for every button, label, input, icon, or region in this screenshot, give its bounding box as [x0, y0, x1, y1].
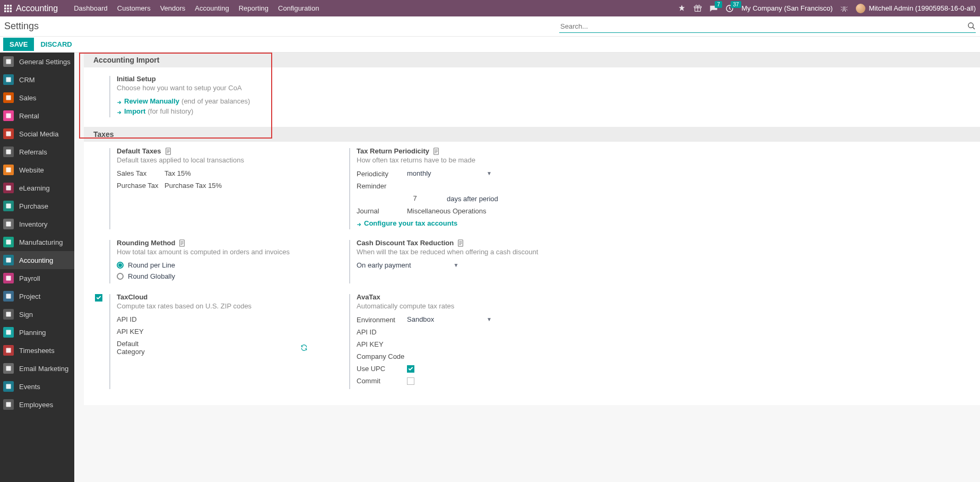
svg-rect-26: [6, 330, 11, 335]
svg-rect-28: [6, 366, 11, 371]
sidebar-item-label: Referrals: [19, 148, 47, 156]
sidebar-item-employees[interactable]: Employees: [0, 395, 74, 414]
svg-rect-1: [7, 5, 9, 7]
periodicity-select[interactable]: monthly ▼: [407, 169, 492, 178]
svg-rect-24: [6, 294, 11, 299]
sidebar-icon: [3, 201, 14, 211]
journal-value[interactable]: Miscellaneous Operations: [407, 207, 487, 215]
tax-return-desc: How often tax returns have to be made: [357, 156, 548, 164]
svg-rect-4: [7, 7, 9, 10]
environment-select[interactable]: Sandbox ▼: [407, 315, 492, 324]
doc-icon[interactable]: [178, 239, 186, 247]
save-button[interactable]: SAVE: [3, 38, 34, 51]
sidebar-item-timesheets[interactable]: Timesheets: [0, 341, 74, 359]
sidebar-item-crm[interactable]: CRM: [0, 71, 74, 89]
app-name: Accounting: [16, 4, 58, 13]
svg-rect-18: [6, 186, 11, 191]
star-icon[interactable]: [678, 4, 686, 13]
nav-menu-reporting[interactable]: Reporting: [239, 4, 268, 12]
purchase-tax-value[interactable]: Purchase Tax 15%: [164, 182, 222, 190]
section-header-import: Accounting Import: [84, 53, 980, 67]
sidebar-item-project[interactable]: Project: [0, 287, 74, 305]
nav-menu-vendors[interactable]: Vendors: [160, 4, 186, 12]
sidebar-item-label: Website: [19, 166, 44, 174]
sidebar-item-purchase[interactable]: Purchase: [0, 197, 74, 215]
sidebar-item-label: Timesheets: [19, 347, 55, 355]
sidebar-item-manufacturing[interactable]: Manufacturing: [0, 233, 74, 251]
sidebar-item-payroll[interactable]: Payroll: [0, 269, 74, 287]
nav-menu-dashboard[interactable]: Dashboard: [74, 4, 108, 12]
default-category-label: Default Category: [117, 340, 154, 356]
doc-icon[interactable]: [164, 148, 172, 155]
nav-menu-accounting[interactable]: Accounting: [195, 4, 229, 12]
svg-rect-2: [10, 5, 12, 7]
initial-setup-title: Initial Setup: [117, 75, 308, 83]
gift-icon[interactable]: [693, 4, 702, 13]
col-bar: [109, 76, 110, 117]
nav-menu-customers[interactable]: Customers: [117, 4, 151, 12]
round-globally-radio[interactable]: Round Globally: [117, 272, 308, 280]
svg-rect-20: [6, 222, 11, 227]
sidebar-item-rental[interactable]: Rental: [0, 107, 74, 125]
company-code-label: Company Code: [357, 352, 407, 360]
round-per-line-radio[interactable]: Round per Line: [117, 261, 308, 269]
purchase-tax-label: Purchase Tax: [117, 182, 164, 190]
sales-tax-value[interactable]: Tax 15%: [164, 169, 191, 177]
commit-checkbox[interactable]: [407, 377, 414, 385]
col-bar: [109, 294, 110, 389]
user-menu[interactable]: Mitchell Admin (19905958-16-0-all): [856, 4, 976, 13]
configure-tax-label: Configure your tax accounts: [364, 219, 457, 227]
svg-rect-27: [6, 348, 11, 353]
sidebar-item-sign[interactable]: Sign: [0, 305, 74, 323]
api-id-label: API ID: [117, 315, 164, 323]
sidebar-icon: [3, 273, 14, 283]
sidebar-item-social-media[interactable]: Social Media: [0, 125, 74, 143]
debug-icon[interactable]: [840, 4, 848, 13]
taxcloud-checkbox[interactable]: [95, 294, 102, 302]
sidebar-item-email-marketing[interactable]: Email Marketing: [0, 359, 74, 377]
action-bar: SAVE DISCARD: [0, 37, 980, 53]
review-manually-link[interactable]: Review Manually (end of year balances): [117, 97, 308, 105]
doc-icon[interactable]: [432, 148, 440, 155]
app-switcher[interactable]: Accounting: [4, 4, 67, 13]
radio-unchecked-icon: [117, 273, 124, 280]
import-note: (for full history): [148, 107, 193, 115]
sidebar-item-planning[interactable]: Planning: [0, 323, 74, 341]
sidebar-item-referrals[interactable]: Referrals: [0, 143, 74, 161]
sidebar-item-inventory[interactable]: Inventory: [0, 215, 74, 233]
sidebar-icon: [3, 183, 14, 193]
use-upc-checkbox[interactable]: [407, 365, 414, 373]
sidebar-item-accounting[interactable]: Accounting: [0, 251, 74, 269]
svg-rect-30: [6, 402, 11, 407]
company-selector[interactable]: My Company (San Francisco): [741, 4, 832, 12]
import-link[interactable]: Import (for full history): [117, 107, 308, 115]
nav-menu: Dashboard Customers Vendors Accounting R…: [74, 4, 319, 12]
reminder-suffix: days after period: [447, 195, 498, 203]
sidebar-item-sales[interactable]: Sales: [0, 89, 74, 107]
sidebar-icon: [3, 165, 14, 175]
cash-discount-select[interactable]: On early payment ▼: [357, 261, 459, 270]
arrow-right-icon: [117, 99, 122, 104]
refresh-icon[interactable]: [300, 344, 308, 351]
svg-rect-19: [6, 204, 11, 209]
sidebar-item-elearning[interactable]: eLearning: [0, 179, 74, 197]
sidebar-item-label: Sales: [19, 94, 37, 102]
top-nav: Accounting Dashboard Customers Vendors A…: [0, 0, 980, 16]
search-icon[interactable]: [967, 22, 976, 30]
search-input[interactable]: [559, 20, 964, 32]
taxes-row-3: TaxCloud Compute tax rates based on U.S.…: [84, 293, 980, 405]
activity-icon[interactable]: 37: [725, 4, 734, 13]
discard-button[interactable]: DISCARD: [34, 38, 78, 51]
reminder-input[interactable]: [399, 194, 431, 203]
sidebar-icon: [3, 74, 14, 85]
sidebar-item-events[interactable]: Events: [0, 377, 74, 395]
svg-point-10: [968, 23, 973, 28]
doc-icon[interactable]: [457, 239, 464, 247]
svg-rect-22: [6, 258, 11, 263]
sidebar-item-website[interactable]: Website: [0, 161, 74, 179]
configure-tax-link[interactable]: Configure your tax accounts: [357, 219, 548, 227]
nav-menu-configuration[interactable]: Configuration: [278, 4, 319, 12]
sidebar-item-general-settings[interactable]: General Settings: [0, 53, 74, 71]
avatax-title: AvaTax: [357, 293, 380, 301]
messages-icon[interactable]: 7: [709, 4, 718, 13]
